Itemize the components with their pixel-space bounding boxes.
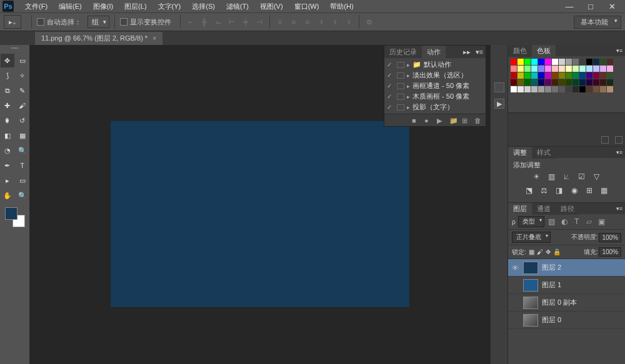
tab-actions[interactable]: 动作 [422,46,446,58]
swatch[interactable] [559,86,565,92]
record-icon[interactable]: ● [424,117,432,124]
workspace-switcher[interactable]: 基本功能 [574,16,621,29]
blend-mode-dropdown[interactable]: 正片叠底 [512,232,551,243]
menu-view[interactable]: 视图(V) [255,1,288,12]
tab-layers[interactable]: 图层 [508,203,532,215]
swatch[interactable] [566,59,572,65]
swatch[interactable] [545,72,551,79]
swatch[interactable] [607,86,613,92]
tool-preset-picker[interactable]: ▸₊ [4,15,21,29]
swatch[interactable] [538,86,544,92]
curves-icon[interactable]: ⟀ [562,172,572,181]
swatch[interactable] [600,59,606,65]
swatch[interactable] [511,86,517,92]
swatch[interactable] [518,79,524,86]
swatch[interactable] [559,72,565,79]
move-tool[interactable]: ✥ [1,54,14,67]
dist-vcenter-icon[interactable]: ≡ [289,17,299,27]
panel-menu-icon[interactable]: ▾≡ [614,47,625,54]
menu-edit[interactable]: 编辑(E) [54,1,87,12]
dialog-toggle[interactable] [397,94,404,100]
dodge-tool[interactable]: 🔍 [16,144,29,157]
swatch[interactable] [600,79,606,86]
swatch[interactable] [586,66,592,72]
swatch[interactable] [559,79,565,86]
swatch[interactable] [524,79,531,86]
swatch[interactable] [518,72,524,79]
swatch[interactable] [572,86,579,92]
magic-wand-tool[interactable]: ✧ [16,69,29,82]
swatch[interactable] [511,59,517,65]
swatch[interactable] [607,59,613,65]
photo-filter-icon[interactable]: ◉ [569,186,579,195]
action-row[interactable]: ✓ ▸ 画框通道 - 50 像素 [384,81,486,91]
tab-channels[interactable]: 通道 [532,203,556,215]
expand-icon[interactable]: ▸ [407,94,410,100]
swatch[interactable] [552,72,558,79]
visibility-toggle[interactable]: 👁 [511,263,519,272]
brush-tool[interactable]: 🖌 [16,99,29,112]
layer-name[interactable]: 图层 1 [542,280,561,290]
tab-paths[interactable]: 路径 [556,203,579,215]
swatch[interactable] [538,59,544,65]
swatch[interactable] [552,59,558,65]
align-top-icon[interactable]: ⌐ [186,17,196,27]
dialog-toggle[interactable] [397,62,404,68]
menu-image[interactable]: 图像(I) [88,1,118,12]
history-brush-tool[interactable]: ↺ [16,114,29,127]
swatch[interactable] [552,79,558,86]
tab-swatches[interactable]: 色板 [532,45,556,57]
swatch[interactable] [531,79,538,86]
swatch[interactable] [552,66,558,72]
hand-tool[interactable]: ✋ [1,189,14,202]
swatch[interactable] [511,72,517,79]
tab-styles[interactable]: 样式 [532,147,556,159]
swatch[interactable] [586,86,592,92]
opacity-value[interactable]: 100% [599,233,621,242]
type-tool[interactable]: T [16,159,29,172]
close-tab-icon[interactable]: × [152,35,156,42]
swatch[interactable] [518,59,524,65]
swatch[interactable] [579,66,586,72]
dist-top-icon[interactable]: ≡ [275,17,285,27]
filter-smart-icon[interactable]: ▣ [597,217,607,226]
play-icon[interactable]: ▶ [494,99,504,109]
expand-icon[interactable]: ▸ [407,104,410,111]
gradient-tool[interactable]: ▦ [16,129,29,142]
expand-icon[interactable]: ▸ [407,62,410,68]
swatch[interactable] [511,79,517,86]
brightness-icon[interactable]: ☀ [532,172,542,181]
hue-icon[interactable]: ⬔ [524,186,534,195]
swatch[interactable] [586,72,592,79]
close-button[interactable]: ✕ [604,2,620,11]
play-icon[interactable]: ▶ [437,117,444,124]
dist-left-icon[interactable]: ⦀ [316,17,326,27]
color-swatches[interactable] [5,207,25,227]
tab-color[interactable]: 颜色 [508,45,532,57]
dialog-toggle[interactable] [397,72,404,79]
swatch[interactable] [524,86,531,92]
layer-row[interactable]: 👁 图层 2 [508,259,625,277]
menu-filter[interactable]: 滤镜(T) [221,1,254,12]
swatch[interactable] [545,86,551,92]
pen-tool[interactable]: ✒ [1,159,14,172]
delete-swatch-icon[interactable] [615,136,622,144]
swatch[interactable] [524,72,531,79]
swatch[interactable] [572,79,579,86]
check-icon[interactable]: ✓ [387,72,394,79]
panel-grip[interactable] [2,47,28,52]
swatch[interactable] [593,79,599,86]
visibility-toggle[interactable] [511,316,519,325]
dist-bottom-icon[interactable]: ≡ [302,17,312,27]
swatch[interactable] [593,59,599,65]
swatch[interactable] [600,72,606,79]
minimize-button[interactable]: ― [561,2,578,11]
auto-select-target-dropdown[interactable]: 组 [88,16,109,28]
filter-adjust-icon[interactable]: ◐ [559,217,569,226]
check-icon[interactable]: ✓ [387,93,394,100]
swatch[interactable] [559,59,565,65]
action-row[interactable]: ✓ ▸ 淡出效果（选区） [384,70,486,81]
swatch[interactable] [531,59,538,65]
new-swatch-icon[interactable] [601,136,609,144]
swatch[interactable] [566,66,572,72]
